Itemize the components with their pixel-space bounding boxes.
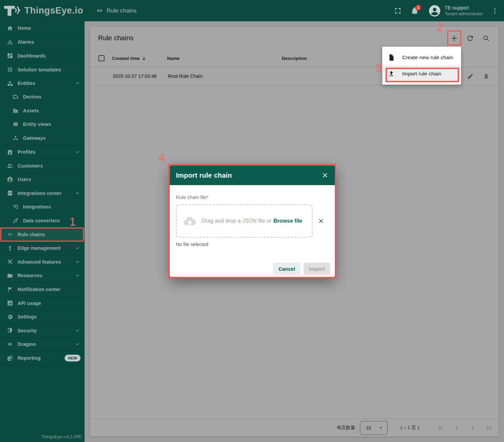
sidebar-item-gateways[interactable]: Gateways bbox=[0, 131, 85, 145]
sidebar-item-edge-management[interactable]: Edge management bbox=[0, 241, 85, 255]
import-button[interactable]: Import bbox=[303, 263, 330, 275]
sidebar-item-label: Users bbox=[18, 177, 31, 182]
chevron-up-icon bbox=[74, 80, 81, 86]
close-icon[interactable] bbox=[321, 172, 329, 179]
sidebar-item-label: Solution templates bbox=[18, 67, 61, 72]
columns-icon bbox=[13, 121, 19, 127]
sidebar-item-assets[interactable]: Assets bbox=[0, 104, 85, 118]
sidebar-item-label: Devices bbox=[23, 94, 41, 100]
sidebar-item-devices[interactable]: Devices bbox=[0, 90, 85, 104]
file-drop-row: Drag and drop a JSON file or Browse file bbox=[176, 204, 329, 238]
sidebar-item-rule-chains[interactable]: Rule chains bbox=[0, 227, 85, 241]
clip-icon bbox=[7, 341, 13, 348]
avatar[interactable] bbox=[428, 4, 441, 18]
dialog-title: Import rule chain bbox=[176, 172, 232, 179]
app-version: ThingsEye v.4.2.0PE bbox=[41, 434, 82, 439]
sidebar-item-alarms[interactable]: Alarms bbox=[0, 35, 85, 49]
sidebar-item-integrations[interactable]: Integrations bbox=[0, 200, 85, 214]
file-icon bbox=[388, 54, 395, 61]
sidebar-item-label: Rule chains bbox=[18, 232, 45, 237]
chevron-down-icon bbox=[74, 245, 81, 251]
chevron-down-icon bbox=[74, 149, 81, 155]
sidebar-item-notification-center[interactable]: Notification center bbox=[0, 282, 85, 296]
browse-file-link[interactable]: Browse file bbox=[273, 218, 302, 224]
menu-item-import-rule-chain[interactable]: Import rule chain bbox=[382, 66, 461, 82]
rule-chains-breadcrumb-icon bbox=[96, 7, 104, 15]
fullscreen-icon[interactable] bbox=[394, 7, 402, 15]
sidebar-item-data-converters[interactable]: Data converters bbox=[0, 214, 85, 227]
sidebar-item-label: Settings bbox=[18, 314, 37, 319]
sidebar-item-label: Integrations center bbox=[18, 191, 62, 196]
sidebar-item-solution-templates[interactable]: Solution templates bbox=[0, 63, 85, 76]
category-icon bbox=[7, 80, 13, 87]
cancel-button[interactable]: Cancel bbox=[273, 263, 300, 275]
sidebar-item-entity-views[interactable]: Entity views bbox=[0, 117, 85, 131]
sidebar-item-dragino[interactable]: Dragino bbox=[0, 337, 85, 351]
chevron-down-icon bbox=[74, 328, 81, 334]
clear-file-icon[interactable] bbox=[318, 218, 324, 224]
sidebar-item-settings[interactable]: Settings bbox=[0, 310, 85, 324]
dashboard-icon bbox=[7, 52, 13, 59]
sidebar-item-label: Edge management bbox=[18, 245, 61, 251]
sidebar-item-label: Entities bbox=[18, 81, 35, 86]
person-icon bbox=[7, 176, 13, 183]
home-icon bbox=[7, 25, 13, 31]
menu-item-label: Import rule chain bbox=[402, 71, 441, 77]
upload-icon bbox=[388, 70, 395, 78]
sidebar-item-entities[interactable]: Entities bbox=[0, 76, 85, 90]
sidebar-item-label: Advanced features bbox=[18, 259, 61, 265]
sidebar: Home Alarms Dashboards Solution template… bbox=[0, 21, 85, 442]
sidebar-item-label: Home bbox=[18, 25, 31, 31]
sidebar-item-profiles[interactable]: Profiles bbox=[0, 145, 85, 159]
sidebar-item-reporting[interactable]: Reporting NEW bbox=[0, 351, 85, 365]
sidebar-item-label: Profiles bbox=[18, 149, 36, 155]
sidebar-item-security[interactable]: Security bbox=[0, 324, 85, 337]
user-role: Tenant administrator bbox=[445, 11, 483, 17]
menu-item-create-new-rule-chain[interactable]: Create new rule chain bbox=[382, 49, 461, 66]
user-name: TE-support bbox=[445, 5, 483, 11]
sidebar-item-users[interactable]: Users bbox=[0, 173, 85, 186]
apps-grid-icon bbox=[7, 66, 13, 73]
flag-icon bbox=[7, 286, 13, 293]
chevron-down-icon bbox=[74, 259, 81, 265]
transform-icon bbox=[13, 218, 19, 224]
sidebar-item-resources[interactable]: Resources bbox=[0, 269, 85, 283]
sidebar-item-label: Reporting bbox=[18, 355, 41, 361]
hub-icon bbox=[13, 135, 19, 141]
sidebar-item-api-usage[interactable]: API usage bbox=[0, 296, 85, 310]
dropzone-text: Drag and drop a JSON file or bbox=[202, 218, 271, 224]
notifications-bell-icon[interactable]: 1 bbox=[411, 7, 419, 15]
breadcrumb-label: Rule chains bbox=[107, 7, 137, 14]
input-icon bbox=[13, 204, 19, 210]
breadcrumb: Rule chains bbox=[96, 7, 137, 15]
logo: ThingsEye.io bbox=[0, 4, 85, 18]
rule-chains-icon bbox=[7, 231, 13, 238]
sidebar-item-home[interactable]: Home bbox=[0, 21, 85, 35]
antenna-icon bbox=[7, 245, 13, 251]
sidebar-item-label: Data converters bbox=[23, 218, 60, 223]
app-root: ThingsEye.io Rule chains 1 TE-support Te… bbox=[0, 0, 504, 442]
user-info: TE-support Tenant administrator bbox=[445, 5, 483, 17]
sidebar-item-customers[interactable]: Customers bbox=[0, 159, 85, 173]
sidebar-item-label: Gateways bbox=[23, 135, 46, 141]
badge-icon bbox=[7, 149, 13, 155]
dialog-actions: Cancel Import bbox=[273, 263, 330, 275]
add-dropdown-menu: Create new rule chain Import rule chain bbox=[382, 47, 461, 85]
menu-item-label: Create new rule chain bbox=[402, 54, 453, 61]
file-dropzone[interactable]: Drag and drop a JSON file or Browse file bbox=[176, 204, 313, 238]
sidebar-item-label: Integrations bbox=[23, 204, 51, 209]
sidebar-item-label: Dashboards bbox=[18, 53, 46, 59]
sidebar-item-label: Alarms bbox=[18, 39, 34, 45]
logo-text: ThingsEye.io bbox=[24, 5, 83, 16]
sidebar-item-dashboards[interactable]: Dashboards bbox=[0, 49, 85, 63]
sidebar-item-label: Dragino bbox=[18, 341, 36, 347]
no-file-text: No file selected bbox=[176, 242, 329, 247]
chart-icon bbox=[7, 300, 13, 306]
import-rule-chain-dialog: Import rule chain Rule chain file* Drag … bbox=[170, 165, 335, 277]
sidebar-item-label: Entity views bbox=[23, 121, 51, 127]
sidebar-item-integrations-center[interactable]: Integrations center bbox=[0, 186, 85, 200]
thingseye-logo-icon bbox=[4, 4, 22, 18]
kebab-menu-icon[interactable] bbox=[491, 7, 499, 15]
sidebar-divider bbox=[0, 365, 85, 365]
sidebar-item-advanced-features[interactable]: Advanced features bbox=[0, 255, 85, 269]
